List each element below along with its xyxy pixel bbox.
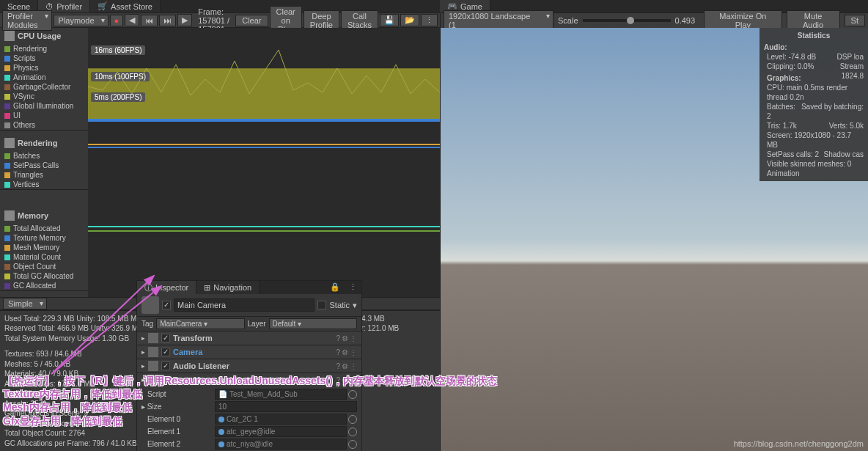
stats-button[interactable]: St [845,15,865,26]
active-checkbox[interactable] [162,301,171,309]
prev-step-button[interactable]: ⏮ [141,15,158,26]
legend-item[interactable]: Total Allocated [0,224,88,233]
legend-dot [4,103,10,109]
element-field[interactable]: Car_2C 1 [215,414,347,425]
gameobject-icon [141,296,159,314]
component-enabled-checkbox[interactable] [161,375,170,384]
watermark: https://blog.csdn.net/chenggong2dm [734,439,864,448]
tab-inspector[interactable]: ⓘInspector [137,281,196,294]
load-icon[interactable]: 📂 [400,14,419,26]
legend-item[interactable]: GC Allocated [0,281,88,290]
object-icon [218,417,224,422]
legend-item[interactable]: VSync [0,92,88,101]
chevron-down-icon[interactable]: ▾ [353,301,357,310]
component-header[interactable]: ▸ Audio Listener ? ⚙ ⋮ [137,359,361,373]
next-frame-button[interactable]: ▶ [177,14,192,26]
legend-dot [4,113,10,119]
scale-label: Scale [558,16,578,25]
preset-icon[interactable]: ⚙ [342,376,348,384]
menu-icon[interactable]: ⋮ [350,362,357,370]
menu-icon[interactable]: ⋮ [350,334,357,342]
help-icon[interactable]: ? [336,348,340,356]
component-enabled-checkbox[interactable] [161,334,170,342]
preset-icon[interactable]: ⚙ [342,348,348,356]
profiler-graph-area[interactable]: 16ms (60FPS) 10ms (100FPS) 5ms (200FPS) [88,28,440,297]
game-toolbar: 1920x1080 Landscape (1 Scale 0.493 Maxim… [441,13,868,28]
game-view[interactable]: Statistics Audio: Level: -74.8 dBDSP loa… [441,28,868,451]
menu-icon[interactable]: ⋮ [350,376,357,384]
script-field[interactable]: 📄Test_Mem_Add_Sub [215,389,347,400]
legend-dot [4,153,10,159]
object-picker-icon[interactable] [348,428,357,436]
legend-item[interactable]: GarbageCollector [0,82,88,92]
element-field[interactable]: atc_niya@idle [215,439,347,450]
next-step-button[interactable]: ⏭ [159,15,176,26]
menu-icon[interactable]: ⋮ [345,281,361,294]
chevron-right-icon: ▸ [141,348,145,356]
menu-icon[interactable]: ⋮ [421,14,438,26]
tag-dropdown[interactable]: MainCamera ▾ [156,318,244,329]
legend-item[interactable]: Batches [0,151,88,161]
legend-item[interactable]: Material Count [0,252,88,262]
static-checkbox[interactable] [317,301,326,309]
lock-icon[interactable]: 🔒 [326,281,345,294]
component-icon [148,375,158,385]
object-picker-icon[interactable] [348,440,357,449]
legend-dot [4,84,10,90]
legend-item[interactable]: Global Illumination [0,101,88,111]
component-enabled-checkbox[interactable] [161,362,170,370]
legend-dot [4,226,10,232]
help-icon[interactable]: ? [336,334,340,342]
size-field[interactable]: 10 [215,401,357,412]
legend-item[interactable]: SetPass Calls [0,161,88,170]
playmode-dropdown[interactable]: Playmode [54,15,108,26]
element-field[interactable]: atc_geye@idle [215,426,347,437]
legend-item[interactable]: Object Count [0,262,88,271]
component-header[interactable]: ▸ Test_Mem_Add_Sub (Script) ? ⚙ ⋮ [137,373,361,386]
legend-dot [4,46,10,52]
legend-item[interactable]: Texture Memory [0,233,88,243]
legend-item[interactable]: Scripts [0,54,88,63]
memory-icon [4,210,15,221]
legend-item[interactable]: Mesh Memory [0,243,88,252]
legend-item[interactable]: Physics [0,63,88,73]
object-name-input[interactable] [174,298,315,312]
chevron-right-icon: ▸ [141,362,145,370]
record-button[interactable]: ● [110,15,124,26]
tab-assetstore[interactable]: 🛒Asset Store [90,0,161,12]
profiler-toolbar: Profiler Modules Playmode ● ◀ ⏮ ⏭ ▶ Fram… [0,13,440,28]
clear-button[interactable]: Clear [235,15,268,26]
legend-item[interactable]: Rendering [0,44,88,54]
chevron-right-icon: ▸ [141,376,145,384]
legend-item[interactable]: Animation [0,73,88,82]
info-icon: ⓘ [144,282,152,293]
tab-navigation[interactable]: ⊞Navigation [196,281,260,294]
layer-dropdown[interactable]: Default ▾ [269,318,357,329]
legend-item[interactable]: UI [0,111,88,120]
component-header[interactable]: ▸ Transform ? ⚙ ⋮ [137,331,361,345]
object-picker-icon[interactable] [348,390,357,399]
prev-frame-button[interactable]: ◀ [125,14,139,26]
legend-dot [4,75,10,81]
preset-icon[interactable]: ⚙ [342,362,348,370]
help-icon[interactable]: ? [336,362,340,370]
legend-item[interactable]: Total GC Allocated [0,271,88,281]
menu-icon[interactable]: ⋮ [350,348,357,356]
simple-dropdown[interactable]: Simple [3,298,47,309]
legend-dot [4,65,10,71]
profiler-modules-dropdown[interactable]: Profiler Modules [2,10,52,31]
help-icon[interactable]: ? [336,376,340,384]
legend-dot [4,264,10,270]
save-icon[interactable]: 💾 [380,14,399,26]
chevron-right-icon: ▸ [141,334,145,342]
legend-item[interactable]: Others [0,120,88,130]
legend-dot [4,245,10,251]
scale-slider[interactable] [583,19,671,22]
legend-item[interactable]: Vertices [0,180,88,189]
legend-item[interactable]: Triangles [0,170,88,180]
component-header[interactable]: ▸ Camera ? ⚙ ⋮ [137,345,361,359]
object-picker-icon[interactable] [348,415,357,424]
preset-icon[interactable]: ⚙ [342,334,348,342]
component-enabled-checkbox[interactable] [161,348,170,356]
legend-dot [4,254,10,260]
